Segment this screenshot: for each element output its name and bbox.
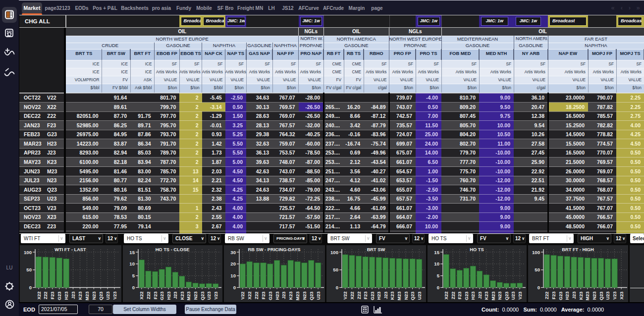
svg-text:BRT SW: BRT SW: [367, 247, 385, 252]
svg-text:Q23: Q23: [599, 292, 604, 300]
svg-text:U23: U23: [605, 292, 610, 300]
svg-text:0: 0: [29, 285, 32, 290]
svg-text:Z22: Z22: [254, 292, 259, 300]
svg-text:100: 100: [532, 250, 540, 255]
svg-text:50: 50: [26, 267, 32, 272]
svg-text:10: 10: [129, 261, 135, 266]
svg-text:J23: J23: [173, 292, 178, 299]
svg-text:15: 15: [434, 250, 439, 255]
svg-text:Z22: Z22: [357, 292, 362, 300]
svg-text:V22: V22: [343, 292, 348, 300]
svg-text:U23: U23: [511, 292, 516, 300]
svg-text:F23: F23: [551, 292, 556, 300]
svg-text:H23: H23: [565, 292, 570, 300]
svg-text:Q23: Q23: [200, 292, 205, 300]
svg-text:J23: J23: [281, 292, 286, 299]
svg-text:Z22: Z22: [146, 292, 151, 300]
svg-text:K23: K23: [484, 292, 489, 300]
svg-text:M23: M23: [585, 292, 590, 301]
svg-text:Q23: Q23: [504, 292, 509, 300]
svg-text:100: 100: [330, 250, 338, 255]
svg-text:U23: U23: [106, 292, 110, 300]
svg-text:U23: U23: [417, 292, 422, 300]
svg-text:K23: K23: [390, 292, 395, 300]
svg-text:50: 50: [535, 267, 540, 272]
svg-text:Z22: Z22: [43, 292, 48, 300]
svg-text:X22: X22: [444, 292, 449, 300]
svg-text:J23: J23: [383, 292, 388, 299]
svg-text:HO TS - CLOSE: HO TS - CLOSE: [156, 247, 190, 252]
svg-text:Q23: Q23: [99, 292, 104, 300]
svg-text:G23: G23: [160, 292, 164, 300]
svg-text:Q23: Q23: [410, 292, 415, 300]
svg-text:H23: H23: [376, 292, 381, 300]
svg-text:M23: M23: [186, 292, 191, 301]
svg-text:H23: H23: [166, 292, 171, 300]
svg-text:0: 0: [537, 285, 540, 290]
svg-text:U23: U23: [207, 292, 212, 300]
svg-text:G23: G23: [464, 292, 469, 300]
svg-text:V23: V23: [612, 292, 617, 300]
svg-text:G23: G23: [57, 292, 62, 300]
svg-text:10: 10: [434, 261, 439, 266]
svg-text:0: 0: [336, 285, 338, 290]
svg-text:N23: N23: [404, 292, 409, 300]
svg-text:M23: M23: [85, 292, 90, 301]
svg-text:30: 30: [230, 250, 236, 255]
svg-text:M23: M23: [397, 292, 402, 301]
svg-text:5: 5: [437, 273, 440, 278]
svg-text:M23: M23: [491, 292, 496, 301]
svg-text:U23: U23: [316, 292, 321, 300]
svg-text:H23: H23: [471, 292, 476, 300]
svg-text:0: 0: [437, 285, 439, 290]
svg-text:Q23: Q23: [309, 292, 314, 300]
svg-text:V22: V22: [240, 292, 245, 300]
svg-text:F23: F23: [457, 292, 462, 300]
svg-text:F23: F23: [261, 292, 266, 300]
svg-text:F23: F23: [50, 292, 55, 300]
svg-text:X22: X22: [37, 292, 42, 300]
svg-text:RB SW - PRICING-DAYS: RB SW - PRICING-DAYS: [248, 247, 300, 252]
svg-text:0: 0: [132, 285, 135, 290]
svg-text:N23: N23: [193, 292, 198, 300]
svg-text:N23: N23: [592, 292, 597, 300]
svg-text:0: 0: [233, 285, 236, 290]
svg-text:HO TS: HO TS: [470, 247, 483, 252]
svg-text:100: 100: [24, 250, 32, 255]
svg-text:BRT FT - HIGH: BRT FT - HIGH: [562, 247, 594, 252]
svg-text:J23: J23: [71, 292, 76, 299]
svg-text:Z22: Z22: [544, 292, 549, 300]
svg-text:20: 20: [230, 261, 236, 266]
svg-text:K23: K23: [579, 292, 584, 300]
svg-text:V23: V23: [518, 292, 523, 300]
svg-text:N23: N23: [92, 292, 97, 300]
svg-text:15: 15: [129, 250, 135, 255]
svg-text:X22: X22: [350, 292, 355, 300]
svg-text:V23: V23: [112, 292, 117, 300]
svg-text:G23: G23: [268, 292, 273, 300]
svg-text:J23: J23: [572, 292, 577, 299]
svg-text:K23: K23: [78, 292, 83, 300]
svg-text:G23: G23: [370, 292, 375, 300]
svg-text:K23: K23: [180, 292, 185, 300]
svg-text:K23: K23: [288, 292, 293, 300]
svg-text:H23: H23: [64, 292, 69, 300]
svg-text:F23: F23: [153, 292, 158, 300]
svg-text:50: 50: [333, 267, 338, 272]
svg-text:F23: F23: [363, 292, 368, 300]
svg-text:X22: X22: [247, 292, 252, 300]
svg-text:M23: M23: [295, 292, 300, 301]
svg-text:H23: H23: [275, 292, 280, 300]
svg-text:N23: N23: [497, 292, 502, 300]
svg-text:X22: X22: [139, 292, 144, 300]
svg-text:G23: G23: [558, 292, 563, 300]
svg-text:5: 5: [132, 273, 135, 278]
svg-text:X23: X23: [619, 292, 624, 300]
svg-text:N23: N23: [302, 292, 307, 300]
svg-text:J23: J23: [478, 292, 483, 299]
svg-text:10: 10: [230, 273, 236, 278]
svg-text:V23: V23: [214, 292, 218, 300]
svg-text:Z22: Z22: [451, 292, 456, 300]
